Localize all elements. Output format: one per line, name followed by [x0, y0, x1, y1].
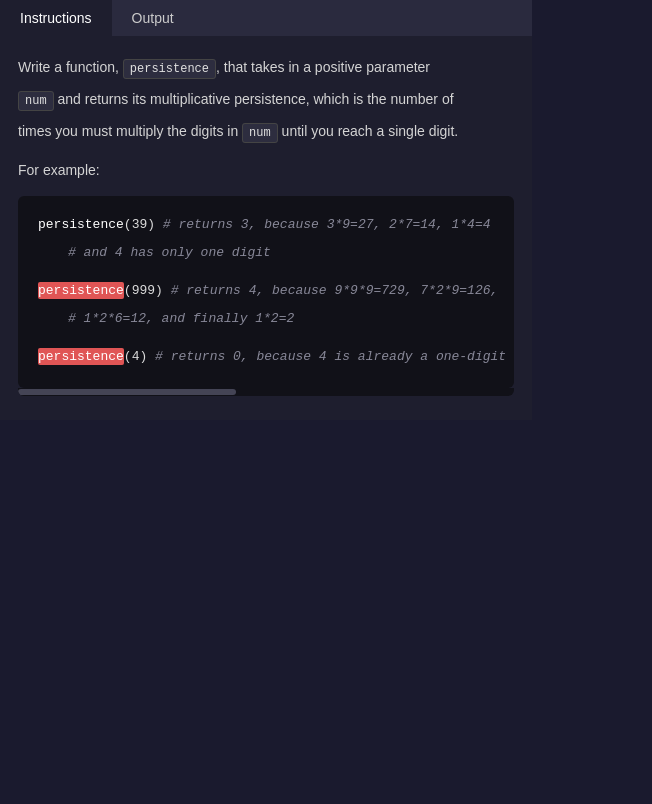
tab-output[interactable]: Output [112, 0, 194, 36]
desc-text-4: times you must multiply the digits in [18, 123, 242, 139]
instructions-content: Write a function, persistence, that take… [0, 36, 532, 416]
fn-name-1: persistence [38, 217, 124, 232]
fn-highlight-3: persistence [38, 348, 124, 365]
for-example-label: For example: [18, 159, 514, 181]
fn-args-1: (39) [124, 217, 155, 232]
code-line-ex2-cont: # 1*2*6=12, and finally 1*2=2 [38, 306, 494, 332]
comment-2: # returns 4, because 9*9*9=729, 7*2*9=12… [163, 283, 498, 298]
app-container: Instructions Output Write a function, pe… [0, 0, 532, 420]
fn-highlight-2: persistence [38, 282, 124, 299]
num-inline-code-2: num [242, 123, 278, 143]
comment-2-cont: # 1*2*6=12, and finally 1*2=2 [68, 311, 294, 326]
scrollbar-thumb [18, 389, 236, 395]
num-inline-code-1: num [18, 91, 54, 111]
persistence-inline-code: persistence [123, 59, 216, 79]
fn-args-2: (999) [124, 283, 163, 298]
spacer-1 [38, 268, 494, 278]
description-line3: times you must multiply the digits in nu… [18, 120, 514, 144]
desc-text-3: and returns its multiplicative persisten… [54, 91, 454, 107]
comment-1: # returns 3, because 3*9=27, 2*7=14, 1*4… [155, 217, 490, 232]
comment-3: # returns 0, because 4 is already a one-… [147, 349, 506, 364]
desc-text-5: until you reach a single digit. [278, 123, 459, 139]
tab-instructions[interactable]: Instructions [0, 0, 112, 36]
fn-name-3: persistence [38, 349, 124, 364]
description-line2: num and returns its multiplicative persi… [18, 88, 514, 112]
fn-name-2: persistence [38, 283, 124, 298]
desc-text-1: Write a function, [18, 59, 123, 75]
fn-args-3: (4) [124, 349, 147, 364]
comment-1-cont: # and 4 has only one digit [68, 245, 271, 260]
description-line1: Write a function, persistence, that take… [18, 56, 514, 80]
spacer-2 [38, 334, 494, 344]
desc-text-2: , that takes in a positive parameter [216, 59, 430, 75]
code-line-ex1: persistence(39) # returns 3, because 3*9… [38, 212, 494, 238]
code-line-ex2: persistence(999) # returns 4, because 9*… [38, 278, 494, 304]
code-examples-block: persistence(39) # returns 3, because 3*9… [18, 196, 514, 388]
description-block: Write a function, persistence, that take… [18, 56, 514, 143]
code-line-ex1-cont: # and 4 has only one digit [38, 240, 494, 266]
horizontal-scrollbar[interactable] [18, 388, 514, 396]
code-line-ex3: persistence(4) # returns 0, because 4 is… [38, 344, 494, 370]
tabs-bar: Instructions Output [0, 0, 532, 36]
